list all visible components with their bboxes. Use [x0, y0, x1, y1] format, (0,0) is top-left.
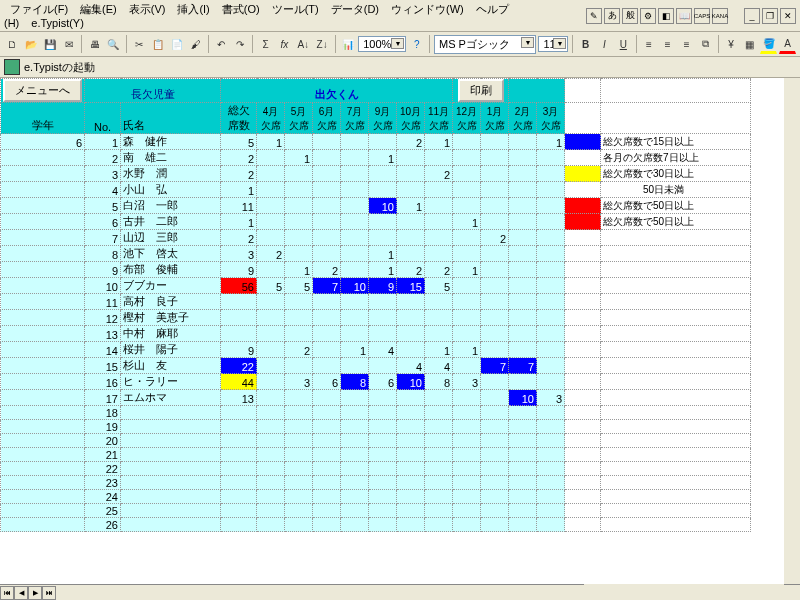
- currency-icon[interactable]: ¥: [723, 34, 740, 54]
- col-header-month: 1月 欠席: [481, 103, 509, 134]
- ime-lang[interactable]: あ: [604, 8, 620, 24]
- sum-icon[interactable]: Σ: [257, 34, 274, 54]
- redo-icon[interactable]: ↷: [232, 34, 249, 54]
- table-row[interactable]: 7山辺 三郎22: [1, 230, 751, 246]
- col-header-month: 7月 欠席: [341, 103, 369, 134]
- save-icon[interactable]: 💾: [42, 34, 59, 54]
- preview-icon[interactable]: 🔍: [105, 34, 122, 54]
- table-row[interactable]: 61森 健作51211総欠席数で15日以上: [1, 134, 751, 150]
- fx-icon[interactable]: fx: [276, 34, 293, 54]
- legend-text: 総欠席数で50日以上: [601, 214, 751, 230]
- zoom-combo[interactable]: 100%: [358, 36, 406, 52]
- col-header-month: 12月 欠席: [453, 103, 481, 134]
- legend-text: 総欠席数で30日以上: [601, 166, 751, 182]
- copy-icon[interactable]: 📋: [149, 34, 166, 54]
- table-row[interactable]: 23: [1, 476, 751, 490]
- open-icon[interactable]: 📂: [23, 34, 40, 54]
- menu-item[interactable]: 表示(V): [123, 1, 172, 17]
- menu-item[interactable]: e.Typist(Y): [25, 15, 90, 31]
- close-icon[interactable]: ✕: [780, 8, 796, 24]
- table-row[interactable]: 9布部 俊輔9121221: [1, 262, 751, 278]
- table-row[interactable]: 11高村 良子: [1, 294, 751, 310]
- etypist-icon[interactable]: [4, 59, 20, 75]
- cut-icon[interactable]: ✂: [131, 34, 148, 54]
- chart-icon[interactable]: 📊: [339, 34, 356, 54]
- fill-color-icon[interactable]: 🪣: [760, 34, 777, 54]
- help-icon[interactable]: ?: [408, 34, 425, 54]
- ime-mode[interactable]: 般: [622, 8, 638, 24]
- align-center-icon[interactable]: ≡: [659, 34, 676, 54]
- minimize-icon[interactable]: _: [744, 8, 760, 24]
- fontsize-combo[interactable]: 11: [538, 36, 568, 52]
- menu-item[interactable]: 挿入(I): [171, 1, 215, 17]
- bold-icon[interactable]: B: [577, 34, 594, 54]
- menu-item[interactable]: ウィンドウ(W): [385, 1, 470, 17]
- print-button[interactable]: 印刷: [458, 79, 504, 102]
- menu-button[interactable]: メニューへ: [3, 79, 82, 102]
- table-row[interactable]: 26: [1, 518, 751, 532]
- ime-pen-icon[interactable]: ✎: [586, 8, 602, 24]
- sort-desc-icon[interactable]: Z↓: [314, 34, 331, 54]
- legend-text: 50日未満: [601, 182, 751, 198]
- legend-text: 総欠席数で15日以上: [601, 134, 751, 150]
- undo-icon[interactable]: ↶: [213, 34, 230, 54]
- font-combo[interactable]: MS Pゴシック: [434, 35, 536, 54]
- table-row[interactable]: 18: [1, 406, 751, 420]
- ime-kana[interactable]: KANA: [712, 8, 728, 24]
- table-row[interactable]: 2南 雄二211各月の欠席数7日以上: [1, 150, 751, 166]
- table-row[interactable]: 20: [1, 434, 751, 448]
- legend-swatch: [565, 166, 601, 182]
- underline-icon[interactable]: U: [615, 34, 632, 54]
- table-row[interactable]: 10ブブカー56557109155: [1, 278, 751, 294]
- col-header-month: 10月 欠席: [397, 103, 425, 134]
- italic-icon[interactable]: I: [596, 34, 613, 54]
- table-row[interactable]: 21: [1, 448, 751, 462]
- tab-first-icon[interactable]: ⏮: [0, 586, 14, 600]
- print-icon[interactable]: 🖶: [86, 34, 103, 54]
- menu-item[interactable]: 書式(O): [216, 1, 266, 17]
- ime-caps[interactable]: CAPS: [694, 8, 710, 24]
- table-row[interactable]: 4小山 弘1 50日未満: [1, 182, 751, 198]
- menu-item[interactable]: データ(D): [325, 1, 385, 17]
- merge-icon[interactable]: ⧉: [697, 34, 714, 54]
- format-painter-icon[interactable]: 🖌: [187, 34, 204, 54]
- menu-bar: ファイル(F)編集(E)表示(V)挿入(I)書式(O)ツール(T)データ(D)ウ…: [0, 0, 800, 32]
- align-right-icon[interactable]: ≡: [678, 34, 695, 54]
- font-color-icon[interactable]: A: [779, 34, 796, 54]
- ime-dict-icon[interactable]: 📖: [676, 8, 692, 24]
- table-row[interactable]: 16ヒ・ラリー4436861083: [1, 374, 751, 390]
- table-row[interactable]: 15杉山 友224477: [1, 358, 751, 374]
- table-row[interactable]: 5白沼 一郎11101総欠席数で50日以上: [1, 198, 751, 214]
- table-row[interactable]: 12樫村 美恵子: [1, 310, 751, 326]
- new-icon[interactable]: 🗋: [4, 34, 21, 54]
- table-row[interactable]: 3水野 潤22総欠席数で30日以上: [1, 166, 751, 182]
- table-row[interactable]: 6古井 二郎11総欠席数で50日以上: [1, 214, 751, 230]
- horizontal-scrollbar[interactable]: [584, 584, 784, 600]
- table-row[interactable]: 22: [1, 462, 751, 476]
- col-header-month: 2月 欠席: [509, 103, 537, 134]
- borders-icon[interactable]: ▦: [742, 34, 759, 54]
- etypist-launch[interactable]: e.Typistの起動: [24, 60, 95, 75]
- table-row[interactable]: 25: [1, 504, 751, 518]
- tab-last-icon[interactable]: ⏭: [42, 586, 56, 600]
- table-row[interactable]: 14桜井 陽子921411: [1, 342, 751, 358]
- legend-swatch: [565, 198, 601, 214]
- paste-icon[interactable]: 📄: [168, 34, 185, 54]
- worksheet[interactable]: メニューへ 長欠児童 出欠くん 印刷 学年No.氏名総欠 席数4月 欠席5月 欠…: [0, 78, 800, 600]
- sort-asc-icon[interactable]: A↓: [295, 34, 312, 54]
- tab-next-icon[interactable]: ▶: [28, 586, 42, 600]
- table-row[interactable]: 8池下 啓太321: [1, 246, 751, 262]
- table-row[interactable]: 17エムホマ13103: [1, 390, 751, 406]
- table-row[interactable]: 19: [1, 420, 751, 434]
- table-row[interactable]: 13中村 麻耶: [1, 326, 751, 342]
- table-row[interactable]: 24: [1, 490, 751, 504]
- align-left-icon[interactable]: ≡: [641, 34, 658, 54]
- addin-toolbar: e.Typistの起動: [0, 57, 800, 78]
- ime-tool-icon[interactable]: ⚙: [640, 8, 656, 24]
- restore-icon[interactable]: ❐: [762, 8, 778, 24]
- menu-item[interactable]: ツール(T): [266, 1, 325, 17]
- tab-prev-icon[interactable]: ◀: [14, 586, 28, 600]
- mail-icon[interactable]: ✉: [60, 34, 77, 54]
- vertical-scrollbar[interactable]: [784, 78, 800, 584]
- ime-pad-icon[interactable]: ◧: [658, 8, 674, 24]
